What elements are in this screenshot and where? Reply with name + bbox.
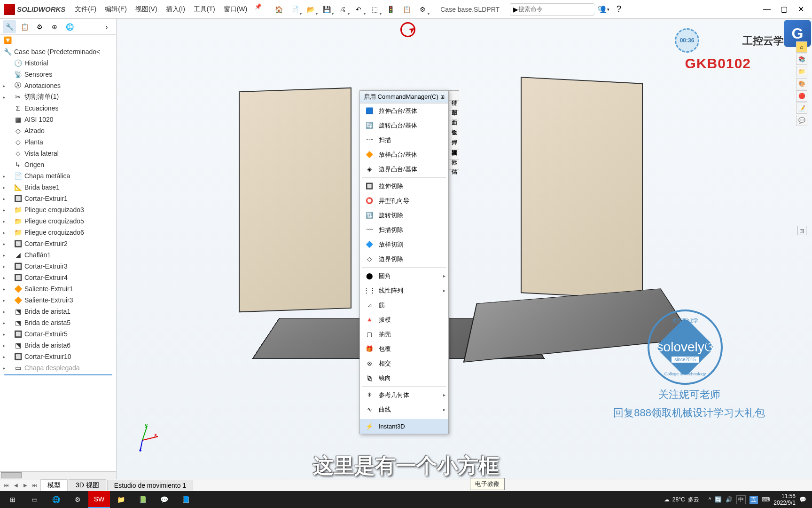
dimxpert-tab[interactable]: ⊕ bbox=[48, 20, 61, 33]
tree-item-25[interactable]: ▸⬔Brida de arista6 bbox=[0, 340, 116, 351]
tree-item-23[interactable]: ▸⬔Brida de arista5 bbox=[0, 317, 116, 328]
expand-icon[interactable]: ▸ bbox=[3, 354, 8, 359]
cm-item-linear-pattern[interactable]: ⋮⋮线性阵列▸ bbox=[360, 283, 448, 298]
side-tab-6[interactable]: 标注 bbox=[449, 150, 459, 160]
tree-item-4[interactable]: ΣEcuaciones bbox=[0, 103, 116, 114]
expand-icon[interactable]: ▸ bbox=[3, 174, 8, 179]
forum-tab[interactable]: 💬 bbox=[796, 115, 807, 126]
configuration-tab[interactable]: ⚙ bbox=[33, 20, 46, 33]
viewport-corner-icon[interactable]: ◳ bbox=[797, 226, 806, 235]
cm-item-rib[interactable]: ⊿筋 bbox=[360, 298, 448, 312]
side-tab-0[interactable]: 特征 bbox=[449, 91, 459, 101]
tab-last[interactable]: ⏭ bbox=[30, 481, 39, 490]
cm-item-loft-boss[interactable]: 🔶放样凸台/基体 bbox=[360, 147, 448, 162]
tree-item-7[interactable]: ◇Planta bbox=[0, 136, 116, 148]
cm-item-loft-cut[interactable]: 🔷放样切割 bbox=[360, 237, 448, 252]
select-button[interactable]: ⬚ bbox=[367, 3, 382, 16]
cm-header[interactable]: 启用 CommandManager(C) ⊞ bbox=[360, 91, 448, 103]
cm-item-instant3d[interactable]: ⚡Instant3D bbox=[360, 419, 448, 434]
cm-item-shell[interactable]: ▢抽壳 bbox=[360, 327, 448, 341]
side-tab-7[interactable]: 评估 bbox=[449, 160, 459, 170]
tree-root[interactable]: 🔧 Case base (Predeterminado< bbox=[0, 46, 116, 57]
close-button[interactable]: ✕ bbox=[793, 3, 808, 16]
tree-item-20[interactable]: ▸🔶Saliente-Extruir1 bbox=[0, 283, 116, 294]
tree-item-0[interactable]: 🕑Historial bbox=[0, 57, 116, 69]
print-button[interactable]: 🖨 bbox=[335, 3, 350, 16]
expand-icon[interactable]: ▸ bbox=[3, 83, 8, 88]
clock[interactable]: 11:56 2022/9/1 bbox=[773, 493, 796, 507]
tab-prev[interactable]: ◀ bbox=[11, 481, 21, 490]
expand-icon[interactable]: ▸ bbox=[3, 196, 8, 201]
cm-item-mirror[interactable]: ⧎镜向 bbox=[360, 371, 448, 385]
tab-next[interactable]: ▶ bbox=[21, 481, 30, 490]
tree-item-1[interactable]: 📡Sensores bbox=[0, 69, 116, 80]
menu-file[interactable]: 文件(F) bbox=[71, 3, 100, 16]
tree-item-15[interactable]: ▸📁Pliegue croquizado6 bbox=[0, 227, 116, 238]
search-box[interactable]: ▶ 🔍 ▾ bbox=[510, 3, 594, 16]
taskbar-browser[interactable]: 🌐 bbox=[45, 491, 67, 508]
tree-hscroll[interactable] bbox=[0, 471, 116, 479]
taskbar-app2[interactable]: 📘 bbox=[175, 491, 196, 508]
cm-item-boundary-cut[interactable]: ◇边界切除 bbox=[360, 252, 448, 266]
cm-item-fillet[interactable]: ⬤圆角▸ bbox=[360, 269, 448, 283]
tree-item-18[interactable]: ▸🔲Cortar-Extruir3 bbox=[0, 261, 116, 272]
display-tab[interactable]: 🌐 bbox=[63, 20, 76, 33]
menu-window[interactable]: 窗口(W) bbox=[220, 3, 251, 16]
expand-icon[interactable]: ▸ bbox=[3, 298, 8, 303]
tree-item-10[interactable]: ▸📄Chapa metálica bbox=[0, 170, 116, 182]
new-button[interactable]: 📄 bbox=[287, 3, 302, 16]
tree-item-22[interactable]: ▸⬔Brida de arista1 bbox=[0, 306, 116, 317]
tree-item-11[interactable]: ▸📐Brida base1 bbox=[0, 182, 116, 193]
tray-ime2[interactable]: 五 bbox=[750, 496, 758, 504]
expand-icon[interactable]: ▸ bbox=[3, 230, 8, 235]
expand-icon[interactable]: ▸ bbox=[3, 95, 8, 100]
side-tab-3[interactable]: 钣金 bbox=[449, 120, 459, 130]
settings-button[interactable]: ⚙ bbox=[415, 3, 430, 16]
side-tab-5[interactable]: 直接编辑 bbox=[449, 140, 459, 150]
taskbar-app1[interactable]: 📗 bbox=[132, 491, 153, 508]
restore-button[interactable]: ▢ bbox=[776, 3, 791, 16]
taskbar-explorer[interactable]: 📁 bbox=[110, 491, 132, 508]
undo-button[interactable]: ↶ bbox=[351, 3, 366, 16]
tree-item-17[interactable]: ▸◢Chaflán1 bbox=[0, 249, 116, 261]
side-tab-4[interactable]: 焊件 bbox=[449, 130, 459, 140]
expand-icon[interactable]: ▸ bbox=[3, 207, 8, 213]
tree-item-16[interactable]: ▸🔲Cortar-Extruir2 bbox=[0, 238, 116, 249]
side-tab-1[interactable]: 草图 bbox=[449, 101, 459, 111]
rebuild-button[interactable]: 🚦 bbox=[383, 3, 398, 16]
tree-item-26[interactable]: ▸🔲Cortar-Extruir10 bbox=[0, 351, 116, 362]
tab-model[interactable]: 模型 bbox=[40, 479, 68, 491]
file-explorer-tab[interactable]: 📁 bbox=[796, 66, 807, 77]
expand-icon[interactable]: ▸ bbox=[3, 309, 8, 314]
notifications-icon[interactable]: 💬 bbox=[799, 496, 806, 503]
cm-item-ref-geom[interactable]: ✳参考几何体▸ bbox=[360, 388, 448, 402]
menu-insert[interactable]: 插入(I) bbox=[162, 3, 189, 16]
side-tab-2[interactable]: 曲面 bbox=[449, 111, 459, 120]
user-button[interactable]: 👤 bbox=[595, 3, 610, 16]
expand-icon[interactable]: ▸ bbox=[3, 320, 8, 325]
tray-ime1[interactable]: 中 bbox=[736, 495, 746, 504]
tree-item-6[interactable]: ◇Alzado bbox=[0, 125, 116, 136]
help-button[interactable]: ? bbox=[611, 3, 626, 16]
menu-view[interactable]: 视图(V) bbox=[132, 3, 161, 16]
cm-item-intersect[interactable]: ⊗相交 bbox=[360, 356, 448, 371]
tree-item-14[interactable]: ▸📁Pliegue croquizado5 bbox=[0, 215, 116, 227]
tree-item-3[interactable]: ▸✂切割清单(1) bbox=[0, 91, 116, 103]
tray-chevron[interactable]: ^ bbox=[709, 496, 711, 503]
expand-icon[interactable]: ▸ bbox=[3, 185, 8, 190]
expand-icon[interactable]: ▸ bbox=[3, 275, 8, 280]
cm-item-curve[interactable]: ∿曲线▸ bbox=[360, 402, 448, 417]
task-view-button[interactable]: ▭ bbox=[23, 491, 45, 508]
tray-speaker-icon[interactable]: 🔊 bbox=[726, 496, 733, 503]
expand-icon[interactable]: ▸ bbox=[3, 241, 8, 246]
taskbar-settings[interactable]: ⚙ bbox=[67, 491, 88, 508]
tree-item-24[interactable]: ▸🔲Cortar-Extruir5 bbox=[0, 328, 116, 340]
tree-item-8[interactable]: ◇Vista lateral bbox=[0, 148, 116, 159]
cm-item-boundary-boss[interactable]: ◈边界凸台/基体 bbox=[360, 162, 448, 176]
design-library-tab[interactable]: 📚 bbox=[796, 54, 807, 65]
expand-icon[interactable]: ▸ bbox=[3, 286, 8, 292]
tab-first[interactable]: ⏮ bbox=[2, 481, 11, 490]
tree-item-5[interactable]: ▦AISI 1020 bbox=[0, 114, 116, 125]
tree-item-2[interactable]: ▸ⒶAnotaciones bbox=[0, 80, 116, 91]
view-palette-tab[interactable]: 🎨 bbox=[796, 78, 807, 89]
